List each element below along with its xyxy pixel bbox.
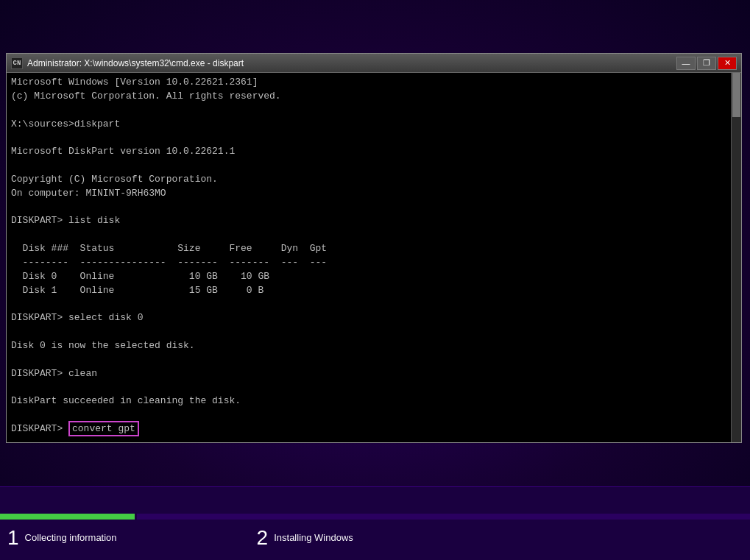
cmd-title-text: Administrator: X:\windows\system32\cmd.e… bbox=[27, 58, 676, 68]
cmd-line-10 bbox=[11, 201, 725, 215]
cmd-line-16: Disk 1 Online 15 GB 0 B bbox=[11, 284, 725, 298]
cmd-body: Microsoft Windows [Version 10.0.22621.23… bbox=[7, 73, 741, 442]
cmd-line-5 bbox=[11, 131, 725, 145]
maximize-button[interactable]: ❐ bbox=[697, 57, 716, 70]
minimize-button[interactable]: — bbox=[676, 57, 696, 70]
cmd-line-27 bbox=[11, 436, 725, 442]
cmd-line-21 bbox=[11, 353, 725, 367]
cmd-line-23 bbox=[11, 381, 725, 395]
cmd-line-20: Disk 0 is now the selected disk. bbox=[11, 339, 725, 353]
cmd-line-15: Disk 0 Online 10 GB 10 GB bbox=[11, 270, 725, 284]
cmd-line-19 bbox=[11, 325, 725, 339]
convert-gpt-highlight: convert gpt bbox=[68, 421, 139, 436]
step-2: 2 Installing Windows bbox=[250, 526, 353, 550]
step-2-number: 2 bbox=[257, 526, 269, 550]
cmd-line-12 bbox=[11, 228, 725, 242]
cmd-content: Microsoft Windows [Version 10.0.22621.23… bbox=[11, 76, 737, 442]
progress-remaining bbox=[137, 514, 750, 520]
cmd-titlebar: CN Administrator: X:\windows\system32\cm… bbox=[7, 54, 741, 73]
step-1-number: 1 bbox=[7, 526, 19, 550]
cmd-icon: CN bbox=[11, 57, 23, 69]
cmd-line-13: Disk ### Status Size Free Dyn Gpt bbox=[11, 242, 725, 256]
cmd-line-22: DISKPART> clean bbox=[11, 367, 725, 381]
cmd-line-18: DISKPART> select disk 0 bbox=[11, 311, 725, 325]
cmd-line-4: X:\sources>diskpart bbox=[11, 118, 725, 132]
cmd-line-3 bbox=[11, 104, 725, 118]
cmd-line-7 bbox=[11, 159, 725, 173]
cmd-line-9: On computer: MININT-9RH63MO bbox=[11, 187, 725, 201]
cmd-line-14: -------- --------------- ------- -------… bbox=[11, 256, 725, 270]
cmd-line-2: (c) Microsoft Corporation. All rights re… bbox=[11, 90, 725, 104]
steps-area: 1 Collecting information 2 Installing Wi… bbox=[0, 521, 750, 554]
progress-fill bbox=[0, 514, 135, 520]
taskbar-area: 1 Collecting information 2 Installing Wi… bbox=[0, 486, 750, 560]
cmd-line-24: DiskPart succeeded in cleaning the disk. bbox=[11, 394, 725, 408]
cmd-line-26: DISKPART> convert gpt bbox=[11, 422, 725, 436]
cmd-line-1: Microsoft Windows [Version 10.0.22621.23… bbox=[11, 76, 725, 90]
cmd-line-11: DISKPART> list disk bbox=[11, 214, 725, 228]
close-button[interactable]: ✕ bbox=[718, 57, 737, 70]
step-1: 1 Collecting information bbox=[0, 526, 117, 550]
progress-area bbox=[0, 514, 750, 520]
cmd-window: CN Administrator: X:\windows\system32\cm… bbox=[6, 53, 742, 443]
step-2-label: Installing Windows bbox=[274, 532, 353, 543]
cmd-line-6: Microsoft DiskPart version 10.0.22621.1 bbox=[11, 145, 725, 159]
cmd-controls: — ❐ ✕ bbox=[676, 57, 737, 70]
cmd-scrollbar-thumb[interactable] bbox=[732, 73, 740, 117]
cmd-line-17 bbox=[11, 298, 725, 312]
desktop: CN Administrator: X:\windows\system32\cm… bbox=[0, 0, 750, 560]
cmd-scrollbar[interactable] bbox=[731, 73, 741, 442]
step-1-label: Collecting information bbox=[25, 532, 117, 543]
cmd-line-8: Copyright (C) Microsoft Corporation. bbox=[11, 173, 725, 187]
